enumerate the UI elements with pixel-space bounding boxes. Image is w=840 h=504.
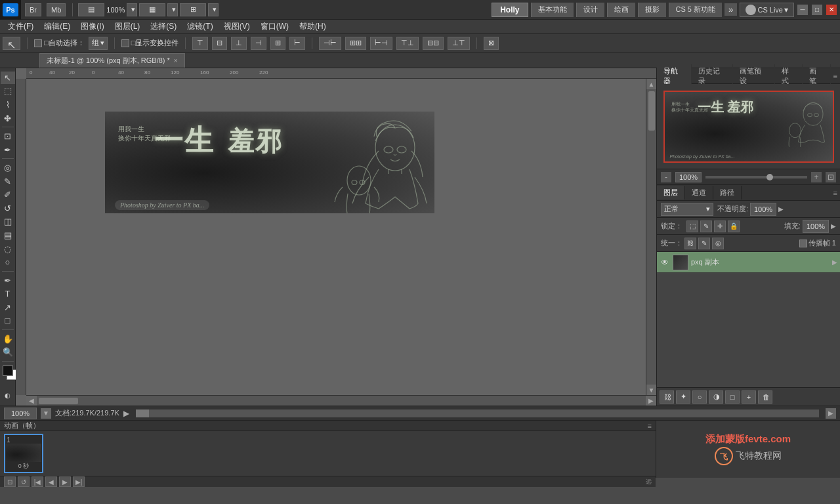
propagate-check[interactable]: 传播帧 1 [799, 238, 836, 248]
menu-layer[interactable]: 图层(L) [110, 20, 146, 33]
scroll-thumb-h[interactable] [39, 398, 78, 404]
fill-arrow[interactable]: ▶ [831, 222, 836, 230]
blur-tool[interactable]: ◌ [1, 243, 15, 255]
link-layers-btn[interactable]: ⛓ [660, 390, 674, 404]
scroll-thumb-v[interactable] [648, 91, 655, 131]
scrollbar-h[interactable]: ◀ ▶ [26, 395, 656, 406]
anim-prev-btn[interactable]: ◀ [45, 476, 57, 487]
clone-tool[interactable]: ✐ [1, 188, 15, 201]
workspace-photo[interactable]: 摄影 [638, 3, 666, 17]
layer-eye-icon[interactable]: 👁 [660, 257, 670, 268]
gradient-tool[interactable]: ▤ [1, 229, 15, 242]
zoom-slider[interactable] [705, 176, 807, 178]
document-tab[interactable]: 未标题-1 @ 100% (pxq 副本, RGB/8) * × [39, 53, 185, 68]
layers-menu-icon[interactable]: ≡ [831, 189, 840, 197]
hand-tool[interactable]: ✋ [1, 333, 15, 345]
zoom-out-btn[interactable]: - [661, 172, 671, 182]
show-transform-checkbox[interactable] [121, 39, 129, 47]
select-tool[interactable]: ⬚ [1, 85, 15, 98]
propagate-icon1[interactable]: ⛓ [684, 238, 696, 249]
align-vcenter[interactable]: ⊟ [212, 37, 227, 50]
add-style-btn[interactable]: ✦ [676, 390, 690, 404]
auto-select-check[interactable]: □自动选择： [34, 38, 85, 48]
layer-expand-icon[interactable]: ▶ [832, 259, 837, 266]
propagate-icon2[interactable]: ✎ [698, 238, 710, 249]
delete-layer-btn[interactable]: 🗑 [758, 390, 772, 404]
menu-file[interactable]: 文件(F) [3, 20, 39, 33]
distribute-left[interactable]: ⊣⊢ [319, 37, 341, 50]
group-layers-btn[interactable]: □ [725, 390, 740, 404]
anim-next-btn[interactable]: ▶| [73, 476, 85, 487]
anim-first-btn[interactable]: |◀ [32, 476, 43, 487]
auto-align-btn[interactable]: ⊠ [484, 37, 499, 50]
blend-mode-dropdown[interactable]: 正常 ▾ [661, 203, 713, 216]
lasso-tool[interactable]: ⌇ [1, 98, 15, 111]
zoom-value[interactable]: 100% [675, 172, 702, 182]
distribute-bottom[interactable]: ⊥⊤ [448, 37, 470, 50]
anim-select-btn[interactable]: ⊡ [4, 476, 16, 487]
zoom-fit-btn[interactable]: ⊡ [826, 172, 836, 182]
eyedropper-tool[interactable]: ✒ [1, 144, 15, 156]
zoom-tool[interactable]: 🔍 [1, 346, 15, 359]
canvas-bg[interactable]: 用我一生 换你十年天真无邪 一生 羞邪 [26, 79, 656, 395]
status-scrollbar[interactable] [136, 410, 819, 417]
align-top[interactable]: ⊤ [192, 37, 208, 50]
auto-select-checkbox[interactable] [34, 39, 42, 47]
fill-input[interactable] [803, 220, 829, 233]
layer-item-pxq[interactable]: 👁 pxq 副本 ▶ [657, 252, 840, 273]
opacity-input[interactable] [750, 203, 776, 216]
view-dropdown2[interactable]: ▾ [167, 3, 178, 16]
menu-help[interactable]: 帮助(H) [294, 20, 331, 33]
distribute-vcenter[interactable]: ⊟⊟ [423, 37, 444, 50]
tab-layers[interactable]: 图层 [657, 186, 685, 200]
scrollbar-v[interactable]: ▲ ▼ [646, 79, 656, 395]
pen-tool[interactable]: ✒ [1, 274, 15, 287]
bridge-button[interactable]: Br [25, 3, 41, 16]
cs-live-button[interactable]: CS Live ▾ [740, 3, 794, 17]
foreground-color[interactable] [3, 366, 13, 376]
status-zoom-input[interactable] [4, 408, 37, 419]
zoom-down-btn[interactable]: ▼ [41, 408, 51, 419]
maximize-button[interactable]: □ [812, 5, 822, 15]
minimize-button[interactable]: ─ [797, 5, 808, 15]
new-layer-btn[interactable]: + [742, 390, 756, 404]
tab-paths[interactable]: 路径 [713, 186, 742, 200]
screen-dropdown[interactable]: ▾ [208, 3, 219, 16]
shape-tool[interactable]: □ [1, 315, 15, 327]
expand-button[interactable]: » [724, 3, 737, 16]
quick-mask-btn[interactable]: ◐ [1, 388, 15, 402]
scroll-left-arrow[interactable]: ◀ [26, 396, 37, 406]
workspace-basic[interactable]: 基本功能 [531, 3, 574, 17]
menu-edit[interactable]: 编辑(E) [39, 20, 75, 33]
propagate-checkbox[interactable] [799, 240, 807, 247]
adjustment-layer-btn[interactable]: ◑ [709, 390, 723, 404]
zoom-in-btn[interactable]: + [811, 172, 822, 182]
scroll-up-arrow[interactable]: ▲ [646, 79, 657, 89]
anim-loop-btn[interactable]: ↺ [18, 476, 30, 487]
move-tool-option[interactable]: ↖ [3, 37, 20, 50]
eraser-tool[interactable]: ◫ [1, 216, 15, 228]
lock-position[interactable]: ✛ [714, 220, 726, 232]
zoom-thumb[interactable] [766, 174, 773, 180]
screen-mode-btn[interactable]: ⊞ [180, 3, 206, 16]
menu-image[interactable]: 图像(I) [75, 20, 109, 33]
anim-menu-icon[interactable]: ≡ [648, 422, 652, 430]
opacity-arrow[interactable]: ▶ [778, 205, 784, 213]
mini-bridge-button[interactable]: Mb [47, 3, 66, 16]
show-transform-check[interactable]: □显示变换控件 [121, 38, 179, 48]
workspace-design[interactable]: 设计 [576, 3, 604, 17]
tab-channels[interactable]: 通道 [685, 186, 713, 200]
menu-filter[interactable]: 滤镜(T) [182, 20, 218, 33]
workspace-cs5[interactable]: CS 5 新功能 [669, 3, 723, 17]
align-right[interactable]: ⊢ [289, 37, 305, 50]
add-mask-btn[interactable]: ○ [692, 390, 707, 404]
lock-image[interactable]: ✎ [700, 220, 712, 232]
status-expand-arrow[interactable]: ▶ [123, 409, 129, 418]
anim-play-btn[interactable]: ▶ [59, 476, 71, 487]
align-hcenter[interactable]: ⊞ [270, 37, 285, 50]
distribute-center[interactable]: ⊞⊞ [345, 37, 366, 50]
anim-frame-1[interactable]: 1 0 秒 [4, 434, 43, 473]
scroll-down-arrow[interactable]: ▼ [646, 385, 657, 395]
lock-transparent[interactable]: ⬚ [686, 220, 698, 232]
zoom-dropdown[interactable]: ▾ [127, 3, 137, 16]
